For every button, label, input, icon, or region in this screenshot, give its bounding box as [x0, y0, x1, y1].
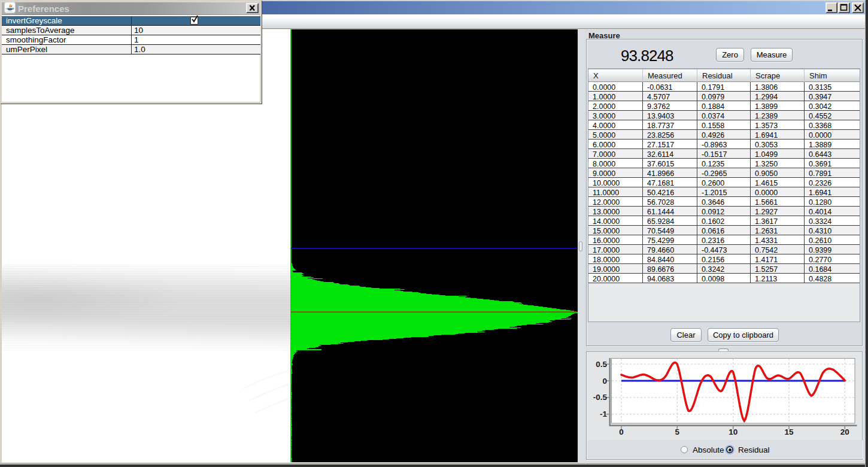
svg-text:0.5: 0.5: [596, 360, 607, 369]
svg-text:0: 0: [602, 377, 607, 386]
svg-text:-1: -1: [600, 410, 607, 419]
svg-text:0: 0: [619, 427, 624, 436]
svg-text:15: 15: [784, 427, 794, 436]
svg-text:10: 10: [729, 427, 738, 436]
svg-text:5: 5: [675, 427, 680, 436]
svg-text:20: 20: [840, 427, 849, 436]
svg-text:-0.5: -0.5: [593, 393, 608, 402]
